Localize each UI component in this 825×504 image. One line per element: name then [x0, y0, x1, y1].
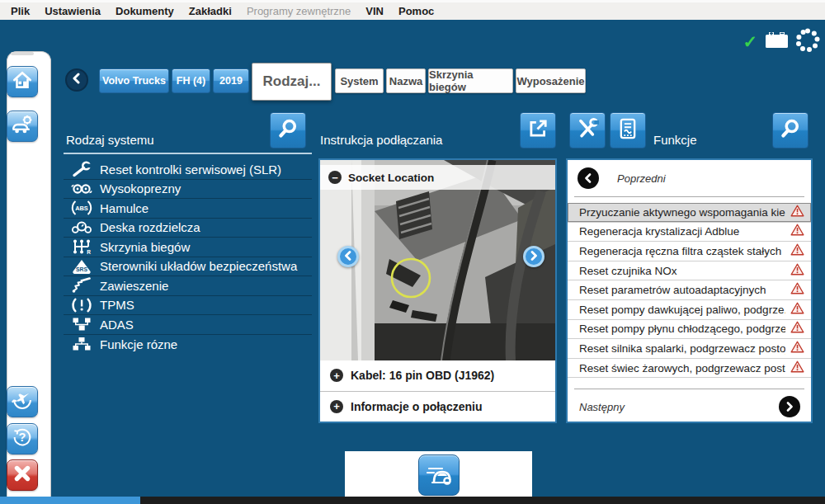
- expand-icon: +: [330, 369, 343, 382]
- tab-rodzaj-active[interactable]: Rodzaj...: [252, 63, 332, 101]
- warning-icon: [790, 243, 804, 259]
- function-label: Reset silnika spalarki, podgrzewacz post…: [579, 342, 785, 355]
- back-button[interactable]: [65, 68, 88, 92]
- functions-list: Przyuczanie aktywnego wspomagania kier..…: [568, 203, 811, 378]
- menu-ustawienia[interactable]: Ustawienia: [37, 5, 108, 17]
- tab-system[interactable]: System: [335, 68, 384, 93]
- vehicle-diagnostics-button[interactable]: [7, 111, 38, 142]
- chevron-right-icon: [529, 249, 539, 264]
- vehicle-icon: [424, 459, 454, 492]
- home-button[interactable]: [7, 66, 38, 97]
- system-item-srs[interactable]: SRS Sterowniki układów bezpieczeństwa: [64, 257, 312, 277]
- vehicle-diagnostics-icon: [11, 113, 34, 139]
- function-item[interactable]: Reset czujnika NOx: [568, 261, 811, 281]
- adas-icon: [64, 316, 100, 332]
- system-item-adas[interactable]: ADAS: [64, 315, 312, 335]
- system-item-label: Reset kontrolki serwisowej (SLR): [100, 163, 281, 177]
- system-item-label: ADAS: [100, 318, 134, 332]
- system-item-brakes[interactable]: ABS Hamulce: [64, 199, 312, 219]
- system-item-label: TPMS: [100, 298, 134, 312]
- menu-programy-zewnetrzne: Programy zewnętrzne: [239, 5, 358, 17]
- tools-icon: [576, 117, 599, 144]
- srs-icon: SRS: [64, 258, 100, 275]
- engine-icon: [64, 181, 100, 197]
- function-item[interactable]: Reset silnika spalarki, podgrzewacz post…: [568, 339, 811, 359]
- system-item-label: Deska rozdzielcza: [100, 220, 200, 234]
- system-item-engine[interactable]: Wysokoprezny: [64, 180, 312, 200]
- system-item-label: Hamulce: [100, 201, 148, 215]
- help-button[interactable]: ?: [7, 423, 38, 455]
- next-page-row: Następny: [579, 396, 800, 417]
- svg-text:SRS: SRS: [76, 266, 87, 271]
- accordion-connection-info-label: Informacje o połączeniu: [351, 400, 482, 413]
- separator: [574, 196, 804, 197]
- crumb-year-button[interactable]: 2019: [213, 68, 249, 93]
- crumb-make-button[interactable]: Volvo Trucks: [99, 68, 169, 93]
- functions-search-button[interactable]: [772, 112, 808, 148]
- function-label: Regeneracja krystalizacji Adblue: [579, 225, 785, 238]
- menu-plik[interactable]: Plik: [3, 5, 37, 17]
- home-icon: [12, 69, 33, 94]
- procedures-button[interactable]: [610, 112, 646, 148]
- function-label: Reset pompy płynu chłodzącego, podgrze..…: [579, 323, 785, 335]
- menu-zakladki[interactable]: Zakładki: [182, 5, 239, 17]
- spinner-dots-icon: [795, 28, 820, 56]
- system-item-label: Skrzynia biegów: [100, 240, 190, 254]
- function-label: Reset pompy dawkującej paliwo, podgrze..…: [579, 304, 785, 316]
- function-item[interactable]: Przyuczanie aktywnego wspomagania kier..…: [568, 203, 811, 223]
- back-arrow-icon: [71, 73, 82, 87]
- system-item-gearbox[interactable]: R Skrzynia biegów: [64, 238, 312, 257]
- system-item-misc[interactable]: Funkcje rózne: [64, 335, 312, 355]
- function-label: Regeneracja ręczna filtra cząstek stałyc…: [579, 245, 785, 257]
- function-label: Przyuczanie aktywnego wspomagania kier..…: [579, 206, 785, 219]
- menu-vin[interactable]: VIN: [358, 5, 391, 17]
- next-page-button[interactable]: [779, 396, 800, 417]
- warning-icon: [790, 282, 804, 298]
- accordion-connection-info[interactable]: + Informacje o połączeniu: [320, 391, 555, 421]
- tools-button[interactable]: [569, 112, 606, 148]
- socket-location-header[interactable]: − Socket Location: [320, 165, 555, 190]
- menu-dokumenty[interactable]: Dokumenty: [108, 5, 182, 17]
- menu-bar: Plik Ustawienia Dokumenty Zakładki Progr…: [0, 0, 825, 20]
- function-item[interactable]: Reset pompy dawkującej paliwo, podgrze..…: [568, 300, 811, 320]
- svg-text:ABS: ABS: [75, 205, 88, 213]
- connection-panel-title: Instrukcja podłączania: [320, 133, 442, 147]
- tab-nazwa[interactable]: Nazwa: [386, 68, 426, 93]
- system-panel-underline: [64, 153, 312, 154]
- photo-prev-button[interactable]: [337, 246, 359, 267]
- function-label: Reset świec żarowych, podgrzewacz posto.…: [579, 362, 785, 374]
- offline-mode-button[interactable]: [7, 386, 38, 417]
- system-item-slr[interactable]: Reset kontrolki serwisowej (SLR): [64, 160, 312, 180]
- system-item-tpms[interactable]: TPMS: [64, 296, 312, 316]
- chevron-left-icon: [343, 249, 353, 264]
- system-item-suspension[interactable]: Zawieszenie: [64, 276, 312, 296]
- exit-button[interactable]: [7, 459, 38, 491]
- function-item[interactable]: Regeneracja ręczna filtra cząstek stałyc…: [568, 242, 811, 261]
- tab-wyposazenie[interactable]: Wyposażenie: [516, 68, 586, 93]
- function-item[interactable]: Reset pompy płynu chłodzącego, podgrze..…: [568, 320, 811, 340]
- system-search-button[interactable]: [270, 112, 306, 148]
- warning-icon: [790, 263, 804, 279]
- function-item[interactable]: Regeneracja krystalizacji Adblue: [568, 223, 811, 243]
- warning-icon: [790, 360, 804, 376]
- vehicle-session-button[interactable]: [418, 455, 460, 496]
- battery-icon: [764, 31, 789, 54]
- functions-panel-title: Funkcje: [653, 133, 697, 147]
- menu-pomoc[interactable]: Pomoc: [391, 5, 441, 17]
- open-external-button[interactable]: [520, 112, 556, 148]
- warning-icon: [790, 205, 804, 220]
- function-item[interactable]: Reset świec żarowych, podgrzewacz posto.…: [568, 359, 811, 379]
- suspension-icon: [64, 277, 100, 294]
- system-item-dashboard[interactable]: Deska rozdzielcza: [64, 219, 312, 238]
- close-icon: [12, 463, 33, 488]
- system-item-label: Funkcje rózne: [100, 337, 177, 351]
- functions-panel: Poprzedni Przyuczanie aktywnego wspomaga…: [566, 158, 813, 423]
- tab-skrzynia-biegow[interactable]: Skrzynia biegów: [428, 68, 513, 93]
- function-item[interactable]: Reset parametrów autoadaptacyjnych: [568, 280, 811, 300]
- previous-page-button[interactable]: [578, 167, 599, 189]
- accordion-cable[interactable]: + Kabel: 16 pin OBD (J1962): [320, 360, 555, 390]
- photo-next-button[interactable]: [523, 246, 544, 267]
- rail-divider: [11, 52, 34, 55]
- warning-icon: [790, 321, 804, 337]
- crumb-model-button[interactable]: FH (4): [172, 68, 210, 93]
